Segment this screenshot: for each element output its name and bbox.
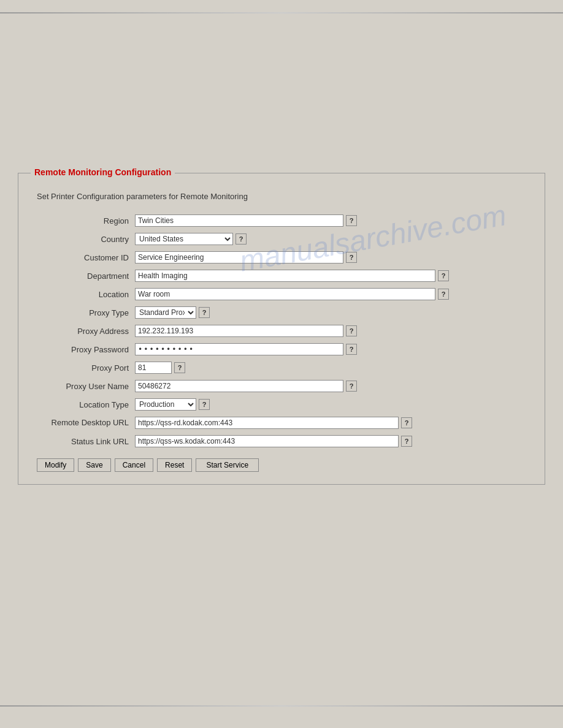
department-control: ? — [135, 270, 449, 282]
remote-desktop-url-control: ? — [135, 417, 412, 429]
remote-desktop-url-input[interactable] — [135, 417, 399, 429]
proxy-user-name-input[interactable] — [135, 380, 343, 392]
location-help-button[interactable]: ? — [438, 289, 449, 300]
proxy-password-label: Proxy Password — [37, 345, 135, 354]
main-content: Remote Monitoring Configuration manualsa… — [18, 161, 545, 497]
proxy-password-input[interactable] — [135, 343, 343, 355]
start-service-button[interactable]: Start Service — [196, 458, 259, 472]
location-type-help-button[interactable]: ? — [199, 399, 210, 410]
proxy-port-control: ? — [135, 362, 185, 374]
proxy-type-help-button[interactable]: ? — [199, 307, 210, 318]
customer-id-row: Customer ID ? — [37, 250, 526, 265]
department-input[interactable] — [135, 270, 435, 282]
location-label: Location — [37, 290, 135, 299]
department-label: Department — [37, 271, 135, 281]
reset-button[interactable]: Reset — [157, 458, 192, 472]
region-input[interactable] — [135, 214, 343, 227]
proxy-user-name-row: Proxy User Name ? — [37, 379, 526, 393]
cancel-button[interactable]: Cancel — [115, 458, 153, 472]
proxy-port-input[interactable] — [135, 362, 172, 374]
country-row: Country United States ? — [37, 232, 526, 246]
proxy-address-help-button[interactable]: ? — [346, 325, 357, 336]
proxy-type-select[interactable]: Standard Proxy — [135, 306, 196, 319]
location-type-row: Location Type Production ? — [37, 397, 526, 412]
status-link-url-input[interactable] — [135, 435, 399, 447]
save-button[interactable]: Save — [78, 458, 110, 472]
form-section: Region ? Country United States ? — [37, 213, 526, 449]
customer-id-control: ? — [135, 251, 357, 264]
description: Set Printer Configuration parameters for… — [37, 192, 526, 201]
configuration-panel: Remote Monitoring Configuration manualsa… — [18, 173, 545, 485]
proxy-port-row: Proxy Port ? — [37, 360, 526, 375]
proxy-port-label: Proxy Port — [37, 363, 135, 373]
location-control: ? — [135, 288, 449, 300]
buttons-row: Modify Save Cancel Reset Start Service — [37, 458, 526, 472]
proxy-address-label: Proxy Address — [37, 327, 135, 336]
modify-button[interactable]: Modify — [37, 458, 74, 472]
country-help-button[interactable]: ? — [236, 233, 247, 245]
country-label: Country — [37, 235, 135, 244]
remote-desktop-url-help-button[interactable]: ? — [401, 417, 412, 428]
department-row: Department ? — [37, 268, 526, 283]
status-link-url-label: Status Link URL — [37, 437, 135, 446]
location-type-select[interactable]: Production — [135, 398, 196, 411]
location-input[interactable] — [135, 288, 435, 300]
proxy-password-control: ? — [135, 343, 357, 355]
proxy-user-name-label: Proxy User Name — [37, 382, 135, 391]
proxy-user-name-control: ? — [135, 380, 357, 392]
country-select[interactable]: United States — [135, 233, 233, 245]
proxy-type-control: Standard Proxy ? — [135, 306, 210, 319]
panel-title: Remote Monitoring Configuration — [31, 167, 175, 177]
region-row: Region ? — [37, 213, 526, 228]
remote-desktop-url-label: Remote Desktop URL — [37, 418, 135, 428]
customer-id-label: Customer ID — [37, 253, 135, 262]
proxy-user-name-help-button[interactable]: ? — [346, 381, 357, 392]
page-wrapper: Remote Monitoring Configuration manualsa… — [0, 12, 563, 728]
region-control: ? — [135, 214, 357, 227]
customer-id-help-button[interactable]: ? — [346, 252, 357, 263]
proxy-address-input[interactable] — [135, 325, 343, 337]
region-label: Region — [37, 216, 135, 226]
proxy-password-help-button[interactable]: ? — [346, 344, 357, 355]
bottom-divider — [0, 705, 563, 707]
location-row: Location ? — [37, 287, 526, 301]
location-type-label: Location Type — [37, 400, 135, 409]
location-type-control: Production ? — [135, 398, 210, 411]
remote-desktop-url-row: Remote Desktop URL ? — [37, 415, 526, 430]
status-link-url-control: ? — [135, 435, 412, 447]
proxy-port-help-button[interactable]: ? — [174, 362, 185, 373]
top-divider — [0, 12, 563, 13]
status-link-url-row: Status Link URL ? — [37, 434, 526, 449]
status-link-url-help-button[interactable]: ? — [401, 436, 412, 447]
country-control: United States ? — [135, 233, 247, 245]
customer-id-input[interactable] — [135, 251, 343, 264]
proxy-password-row: Proxy Password ? — [37, 342, 526, 357]
proxy-address-control: ? — [135, 325, 357, 337]
department-help-button[interactable]: ? — [438, 270, 449, 281]
proxy-address-row: Proxy Address ? — [37, 324, 526, 338]
region-help-button[interactable]: ? — [346, 215, 357, 226]
proxy-type-label: Proxy Type — [37, 308, 135, 317]
proxy-type-row: Proxy Type Standard Proxy ? — [37, 305, 526, 320]
